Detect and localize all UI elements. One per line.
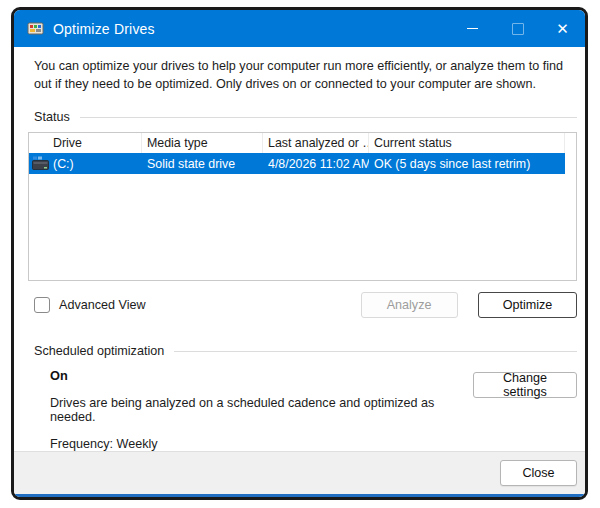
analyze-button[interactable]: Analyze bbox=[361, 292, 458, 318]
drives-table: Drive Media type Last analyzed or … Curr… bbox=[28, 132, 577, 281]
status-label: Status bbox=[34, 110, 70, 124]
scheduled-optimization-label: Scheduled optimization bbox=[34, 344, 164, 358]
change-settings-button[interactable]: Change settings bbox=[473, 372, 577, 398]
table-row-drive-c[interactable]: (C:) Solid state drive 4/8/2026 11:02 AM… bbox=[29, 153, 576, 174]
bottom-accent-border bbox=[14, 494, 585, 497]
actions-row: Advanced View Analyze Optimize bbox=[34, 292, 577, 318]
scheduled-description: Drives are being analyzed on a scheduled… bbox=[50, 396, 473, 424]
scheduled-details: On Drives are being analyzed on a schedu… bbox=[50, 368, 473, 451]
column-header-drive[interactable]: Drive bbox=[29, 133, 142, 153]
optimize-button[interactable]: Optimize bbox=[478, 292, 577, 318]
maximize-icon bbox=[512, 23, 524, 35]
advanced-view-checkbox[interactable] bbox=[34, 297, 50, 313]
optimize-drives-dialog: Optimize Drives ✕ You can optimize your … bbox=[11, 7, 588, 500]
scheduled-state: On bbox=[50, 368, 473, 383]
dialog-content: You can optimize your drives to help you… bbox=[14, 47, 585, 451]
cell-media-type: Solid state drive bbox=[142, 153, 263, 174]
close-window-button[interactable]: ✕ bbox=[540, 10, 585, 47]
minimize-button[interactable] bbox=[450, 10, 495, 47]
scheduled-actions: Change settings bbox=[473, 368, 577, 451]
window-title: Optimize Drives bbox=[53, 21, 450, 37]
maximize-button[interactable] bbox=[495, 10, 540, 47]
scheduled-group-header: Scheduled optimization bbox=[34, 344, 577, 358]
minimize-icon bbox=[467, 28, 478, 30]
column-header-media-type[interactable]: Media type bbox=[142, 133, 263, 153]
drive-name: (C:) bbox=[53, 157, 74, 171]
scheduled-frequency: Frequency: Weekly bbox=[50, 437, 473, 451]
titlebar[interactable]: Optimize Drives ✕ bbox=[14, 10, 585, 47]
scheduled-body: On Drives are being analyzed on a schedu… bbox=[50, 368, 577, 451]
close-button[interactable]: Close bbox=[500, 460, 577, 486]
cell-current-status: OK (5 days since last retrim) bbox=[369, 153, 565, 174]
column-header-current-status[interactable]: Current status bbox=[369, 133, 565, 153]
dialog-footer: Close bbox=[14, 451, 585, 494]
column-header-last-analyzed[interactable]: Last analyzed or … bbox=[263, 133, 369, 153]
drives-table-header: Drive Media type Last analyzed or … Curr… bbox=[29, 133, 576, 153]
advanced-view-group: Advanced View bbox=[34, 297, 146, 313]
status-group-header: Status bbox=[34, 110, 577, 124]
drive-action-buttons: Analyze Optimize bbox=[361, 292, 577, 318]
cell-last-analyzed: 4/8/2026 11:02 AM bbox=[263, 153, 369, 174]
status-divider bbox=[80, 117, 577, 118]
advanced-view-label[interactable]: Advanced View bbox=[59, 298, 146, 312]
scheduled-divider bbox=[174, 351, 577, 352]
drive-icon bbox=[32, 156, 49, 170]
cell-drive: (C:) bbox=[29, 153, 142, 174]
close-icon: ✕ bbox=[556, 20, 569, 38]
column-header-spacer bbox=[565, 133, 576, 153]
intro-text: You can optimize your drives to help you… bbox=[34, 58, 577, 93]
defrag-app-icon[interactable] bbox=[27, 20, 44, 37]
cell-spacer bbox=[565, 153, 576, 174]
